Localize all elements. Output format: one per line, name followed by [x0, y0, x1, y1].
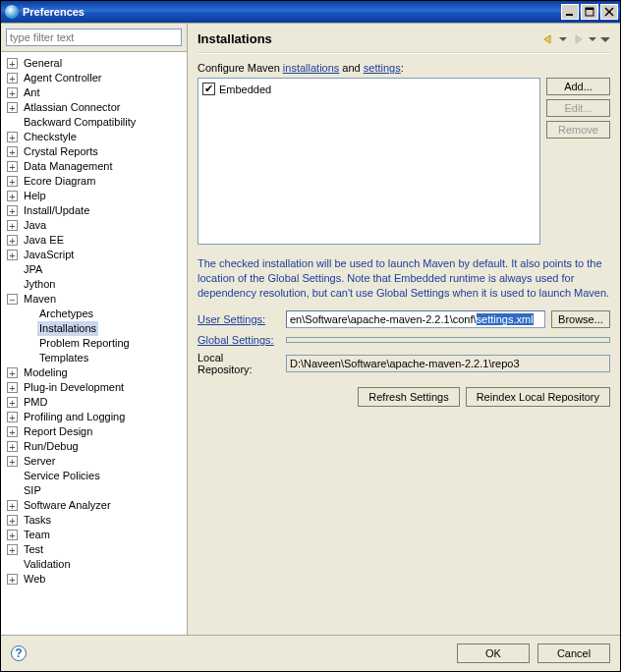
add-button[interactable]: Add... [546, 78, 610, 95]
expand-icon[interactable]: + [7, 441, 18, 452]
refresh-settings-button[interactable]: Refresh Settings [358, 387, 459, 407]
expand-icon[interactable]: + [7, 102, 18, 113]
tree-item-test[interactable]: Test [22, 542, 45, 557]
tree-item-installations[interactable]: Installations [37, 321, 98, 336]
tree-item-server[interactable]: Server [22, 454, 57, 469]
tree-item-install-update[interactable]: Install/Update [22, 203, 91, 218]
collapse-icon[interactable]: − [7, 294, 18, 305]
window-title: Preferences [23, 6, 561, 18]
expand-icon[interactable]: + [7, 87, 18, 98]
tree-item-javascript[interactable]: JavaScript [22, 248, 76, 262]
tree-item-sip[interactable]: SIP [22, 483, 43, 498]
expand-icon[interactable]: + [7, 191, 18, 201]
expand-icon[interactable]: + [7, 382, 18, 393]
local-repository-label: Local Repository: [198, 352, 280, 375]
local-repository-field: D:\Naveen\Software\apache-maven-2.2.1\re… [286, 355, 610, 372]
tree-item-service-policies[interactable]: Service Policies [22, 469, 102, 483]
tree-item-plug-in-development[interactable]: Plug-in Development [22, 380, 126, 395]
tree-item-archetypes[interactable]: Archetypes [37, 307, 95, 321]
expand-icon[interactable]: + [7, 544, 18, 555]
back-button[interactable] [541, 32, 555, 46]
tree-item-help[interactable]: Help [22, 189, 48, 203]
expand-icon[interactable]: + [7, 574, 18, 585]
tree-item-jython[interactable]: Jython [22, 277, 57, 292]
tree-item-maven[interactable]: Maven [22, 292, 58, 307]
tree-item-report-design[interactable]: Report Design [22, 424, 94, 439]
sidebar: +General+Agent Controller+Ant+Atlassian … [1, 24, 188, 635]
tree-item-tasks[interactable]: Tasks [22, 513, 53, 528]
help-icon[interactable]: ? [11, 645, 27, 661]
tree-item-backward-compatibility[interactable]: Backward Compatibility [22, 115, 138, 130]
expand-icon[interactable]: + [7, 235, 18, 246]
user-settings-link[interactable]: User Settings: [198, 313, 280, 325]
description-text: The checked installation will be used to… [198, 256, 610, 301]
tree-spacer [23, 308, 33, 319]
list-item-label: Embedded [219, 84, 271, 95]
reindex-button[interactable]: Reindex Local Repository [466, 387, 610, 407]
tree-item-team[interactable]: Team [22, 528, 52, 542]
tree-item-profiling-and-logging[interactable]: Profiling and Logging [22, 410, 127, 424]
expand-icon[interactable]: + [7, 132, 18, 142]
expand-icon[interactable]: + [7, 161, 18, 172]
tree-spacer [7, 117, 18, 128]
forward-button [571, 32, 585, 46]
expand-icon[interactable]: + [7, 456, 18, 467]
cancel-button[interactable]: Cancel [537, 644, 610, 663]
tree-spacer [7, 279, 18, 290]
preferences-tree[interactable]: +General+Agent Controller+Ant+Atlassian … [1, 52, 187, 635]
tree-item-checkstyle[interactable]: Checkstyle [22, 130, 79, 144]
tree-item-java-ee[interactable]: Java EE [22, 233, 66, 248]
settings-link[interactable]: settings [364, 62, 401, 74]
expand-icon[interactable]: + [7, 176, 18, 187]
tree-item-ant[interactable]: Ant [22, 85, 42, 100]
tree-spacer [7, 264, 18, 275]
edit-button: Edit... [546, 99, 610, 117]
expand-icon[interactable]: + [7, 397, 18, 408]
expand-icon[interactable]: + [7, 250, 18, 260]
preferences-dialog: Preferences +General+Agent Controller+An… [0, 0, 621, 672]
installations-list[interactable]: ✔ Embedded [198, 78, 540, 245]
app-icon [5, 5, 19, 19]
tree-item-modeling[interactable]: Modeling [22, 365, 70, 380]
maximize-button[interactable] [581, 4, 598, 20]
expand-icon[interactable]: + [7, 220, 18, 231]
tree-item-templates[interactable]: Templates [37, 351, 90, 365]
back-dropdown-icon[interactable] [559, 35, 567, 43]
expand-icon[interactable]: + [7, 412, 18, 422]
filter-input[interactable] [6, 28, 182, 46]
global-settings-link[interactable]: Global Settings: [198, 334, 280, 346]
tree-item-ecore-diagram[interactable]: Ecore Diagram [22, 174, 97, 189]
expand-icon[interactable]: + [7, 367, 18, 378]
expand-icon[interactable]: + [7, 205, 18, 216]
list-item[interactable]: ✔ Embedded [202, 83, 536, 95]
browse-button[interactable]: Browse... [551, 310, 610, 328]
tree-item-agent-controller[interactable]: Agent Controller [22, 71, 104, 85]
expand-icon[interactable]: + [7, 530, 18, 540]
expand-icon[interactable]: + [7, 73, 18, 84]
tree-item-atlassian-connector[interactable]: Atlassian Connector [22, 100, 122, 115]
minimize-button[interactable] [561, 4, 579, 20]
tree-item-jpa[interactable]: JPA [22, 262, 44, 277]
expand-icon[interactable]: + [7, 426, 18, 437]
expand-icon[interactable]: + [7, 146, 18, 157]
close-button[interactable] [600, 4, 618, 20]
installations-link[interactable]: installations [283, 62, 339, 74]
tree-item-run-debug[interactable]: Run/Debug [22, 439, 81, 454]
forward-dropdown-icon[interactable] [589, 35, 596, 43]
tree-item-software-analyzer[interactable]: Software Analyzer [22, 498, 113, 513]
tree-item-problem-reporting[interactable]: Problem Reporting [37, 336, 132, 351]
tree-item-data-management[interactable]: Data Management [22, 159, 115, 174]
checkbox-icon[interactable]: ✔ [202, 83, 215, 95]
tree-item-crystal-reports[interactable]: Crystal Reports [22, 144, 100, 159]
expand-icon[interactable]: + [7, 500, 18, 511]
tree-item-web[interactable]: Web [22, 572, 47, 587]
ok-button[interactable]: OK [457, 644, 530, 663]
view-menu-icon[interactable] [600, 34, 610, 44]
tree-item-pmd[interactable]: PMD [22, 395, 49, 410]
user-settings-input[interactable]: en\Software\apache-maven-2.2.1\conf\sett… [286, 310, 545, 328]
expand-icon[interactable]: + [7, 58, 18, 69]
tree-item-java[interactable]: Java [22, 218, 48, 233]
tree-item-general[interactable]: General [22, 56, 64, 71]
expand-icon[interactable]: + [7, 515, 18, 526]
tree-item-validation[interactable]: Validation [22, 557, 73, 572]
